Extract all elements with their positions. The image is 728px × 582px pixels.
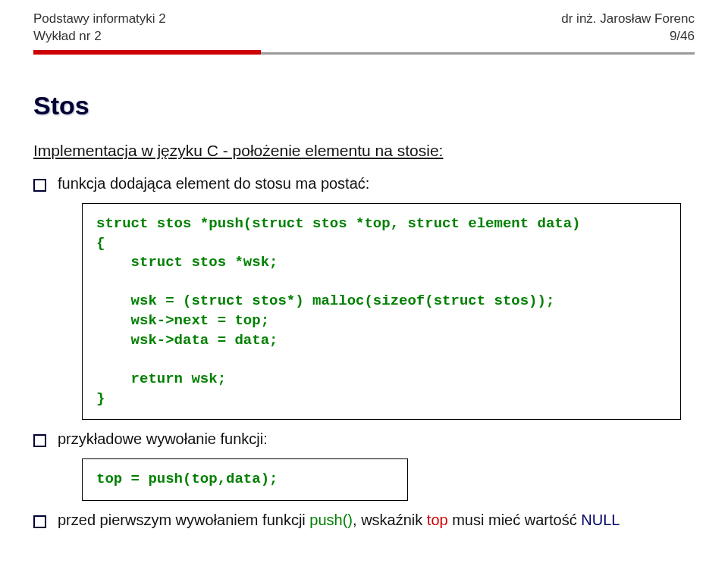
code-block: struct stos *push(struct stos *top, stru… bbox=[82, 203, 681, 420]
author-name: dr inż. Jarosław Forenc bbox=[561, 11, 695, 28]
slide-content: Stos Implementacja w języku C - położeni… bbox=[0, 91, 728, 529]
bullet-text-part: musi mieć wartość bbox=[448, 512, 582, 528]
slide-header: Podstawy informatyki 2 Wykład nr 2 dr in… bbox=[0, 0, 728, 45]
list-item: funkcja dodająca element do stosu ma pos… bbox=[33, 175, 695, 420]
bullet-list: funkcja dodająca element do stosu ma pos… bbox=[33, 175, 695, 529]
list-item: przykładowe wywołanie funkcji: top = pus… bbox=[33, 430, 695, 501]
bullet-text-part: przed pierwszym wywołaniem funkcji bbox=[58, 512, 309, 528]
code-content: struct stos *push(struct stos *top, stru… bbox=[96, 214, 667, 408]
rule-red-icon bbox=[33, 50, 261, 55]
page-number: 9/46 bbox=[561, 28, 695, 45]
code-block: top = push(top,data); bbox=[82, 458, 408, 501]
bullet-text: przykładowe wywołanie funkcji: bbox=[58, 430, 268, 447]
slide-title: Stos bbox=[33, 91, 695, 120]
code-inline: push() bbox=[309, 512, 353, 528]
header-left: Podstawy informatyki 2 Wykład nr 2 bbox=[33, 11, 166, 45]
course-title: Podstawy informatyki 2 bbox=[33, 11, 166, 28]
header-rule bbox=[0, 50, 728, 55]
code-inline: top bbox=[427, 512, 448, 528]
bullet-text-part: , wskaźnik bbox=[353, 512, 427, 528]
lecture-number: Wykład nr 2 bbox=[33, 28, 166, 45]
code-inline: NULL bbox=[581, 512, 620, 528]
slide-subtitle: Implementacja w języku C - położenie ele… bbox=[33, 142, 695, 160]
list-item: przed pierwszym wywołaniem funkcji push(… bbox=[33, 512, 695, 529]
header-right: dr inż. Jarosław Forenc 9/46 bbox=[561, 11, 695, 45]
code-content: top = push(top,data); bbox=[96, 470, 394, 490]
bullet-text: funkcja dodająca element do stosu ma pos… bbox=[58, 175, 369, 192]
